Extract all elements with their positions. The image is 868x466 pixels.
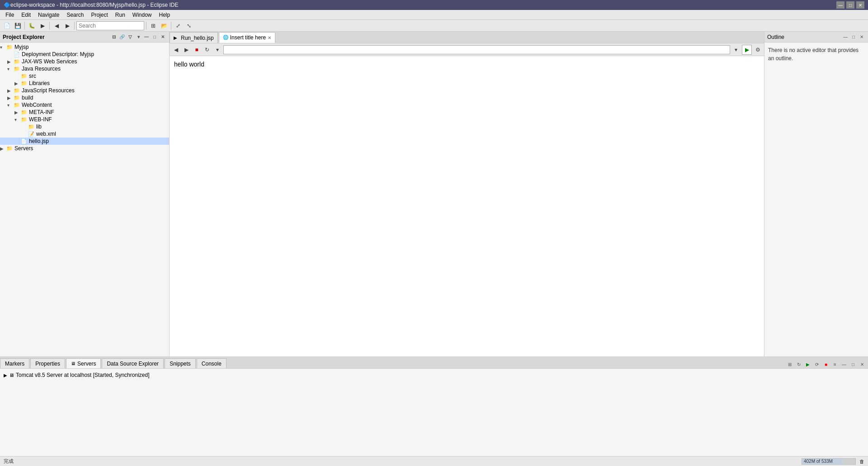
maximize-button[interactable]: □ [846,1,854,9]
tree-item-java-resources[interactable]: ▾📁Java Resources [0,65,169,72]
toolbar-next[interactable]: ▶ [62,21,72,31]
bottom-min-icon[interactable]: — [840,360,848,368]
memory-bar[interactable]: 402M of 533M [802,458,856,465]
outline-icon-2[interactable]: □ [850,33,857,41]
browser-stop-button[interactable]: ■ [192,45,201,54]
tree-label-lib: lib [36,124,42,130]
bottom-close-icon[interactable]: ✕ [858,360,866,368]
sidebar-menu-icon[interactable]: ▾ [135,33,142,41]
tree-item-src[interactable]: 📁src [0,72,169,80]
server-item-tomcat[interactable]: ▶🖥Tomcat v8.5 Server at localhost [Start… [2,371,866,380]
bottom-refresh-icon[interactable]: ⟳ [813,360,821,368]
browser-settings-button[interactable]: ⚙ [753,45,762,54]
status-bar: 完成 402M of 533M 🗑 [0,456,868,466]
menu-project[interactable]: Project [87,11,111,19]
toolbar-new[interactable]: 📄 [2,21,12,31]
sidebar-collapse-icon[interactable]: ⊟ [110,33,118,41]
sidebar-link-icon[interactable]: 🔗 [118,33,126,41]
tab-run-hello[interactable]: ▶Run_hello.jsp [170,32,218,43]
main-toolbar: 📄 💾 🐛 ▶ ◀ ▶ ⊞ 📂 ⤢ ⤡ [0,20,868,32]
bottom-tab-console[interactable]: Console [197,358,226,368]
bottom-tab-datasource[interactable]: Data Source Explorer [102,358,164,368]
sidebar-filter-icon[interactable]: ▽ [127,33,134,41]
tree-arrow: ▾ [14,117,21,122]
browser-refresh-button[interactable]: ↻ [203,45,212,54]
tree-item-build[interactable]: ▶📁build [0,94,169,101]
bottom-sync-icon[interactable]: ↻ [795,360,803,368]
bottom-tab-servers[interactable]: 🖥Servers [66,358,101,368]
tree-label-meta-inf: META-INF [29,109,54,115]
bottom-new-icon[interactable]: ⊞ [786,360,794,368]
toolbar-run[interactable]: ▶ [38,21,47,31]
toolbar-open-resource[interactable]: 📂 [159,21,169,31]
bottom-stop-icon[interactable]: ■ [822,360,830,368]
tree-item-myjsp[interactable]: ▾📁Myjsp [0,43,169,51]
menu-search[interactable]: Search [63,11,87,19]
tree-item-webcontent[interactable]: ▾📁WebContent [0,101,169,109]
bottom-run-icon[interactable]: ▶ [804,360,812,368]
toolbar-prev[interactable]: ◀ [52,21,61,31]
menu-edit[interactable]: Edit [18,11,34,19]
search-input[interactable] [76,21,144,30]
tree-item-libraries[interactable]: ▶📁Libraries [0,80,169,87]
menu-file[interactable]: File [2,11,18,19]
toolbar-sep-4 [146,22,146,30]
tree-icon-src: 📁 [21,73,28,79]
tree-arrow: ▶ [0,146,6,151]
outline-icon-1[interactable]: — [842,33,849,41]
sidebar-header: Project Explorer ⊟ 🔗 ▽ ▾ — □ ✕ [0,32,169,43]
bottom-more-icon[interactable]: ≡ [831,360,839,368]
bottom-tab-label-properties: Properties [35,361,60,367]
bottom-max-icon[interactable]: □ [849,360,857,368]
browser-run-button[interactable]: ▶ [742,45,752,55]
tree-arrow: ▶ [7,88,14,93]
outline-close-icon[interactable]: ✕ [858,33,865,41]
toolbar-minimize[interactable]: ⤡ [184,21,194,31]
tree-icon-webcontent: 📁 [14,102,21,108]
minimize-button[interactable]: — [836,1,844,9]
browser-forward-button[interactable]: ▶ [182,45,191,54]
browser-dropdown[interactable]: ▾ [213,45,222,54]
tree-item-lib[interactable]: 📁lib [0,123,169,130]
sidebar-close-icon[interactable]: ✕ [159,33,166,41]
project-tree: ▾📁Myjsp 📄Deployment Descriptor: Myjsp▶📁J… [0,43,169,357]
toolbar-save[interactable]: 💾 [13,21,23,31]
window-title: eclipse-workspace - http://localhost:808… [10,2,179,8]
tree-item-hello-jsp[interactable]: 📄hello.jsp [0,138,169,145]
tree-icon-web-inf: 📁 [21,117,28,123]
toolbar-sep-5 [171,22,171,30]
menu-window[interactable]: Window [129,11,156,19]
toolbar-debug[interactable]: 🐛 [27,21,37,31]
menu-run[interactable]: Run [112,11,129,19]
tree-icon-lib: 📁 [28,124,35,130]
url-bar[interactable]: http://localhost:8080/Myjsp/hello.jsp [223,45,730,54]
toolbar-maximize[interactable]: ⤢ [173,21,183,31]
tree-item-deployment[interactable]: 📄Deployment Descriptor: Myjsp [0,51,169,58]
tree-icon-hello-jsp: 📄 [21,138,28,144]
gc-icon[interactable]: 🗑 [859,459,864,464]
bottom-tab-properties[interactable]: Properties [30,358,65,368]
close-button[interactable]: ✕ [856,1,864,9]
tree-item-jaxws[interactable]: ▶📁JAX-WS Web Services [0,58,169,65]
tree-item-servers[interactable]: ▶📁Servers [0,145,169,152]
title-bar: 🔷 eclipse-workspace - http://localhost:8… [0,0,868,10]
bottom-tab-icon-servers: 🖥 [71,361,75,366]
tab-insert-title[interactable]: 🌐Insert title here✕ [219,32,275,43]
tree-item-meta-inf[interactable]: ▶📁META-INF [0,109,169,116]
toolbar-open-type[interactable]: ⊞ [148,21,158,31]
tree-icon-js-resources: 📁 [14,88,21,94]
bottom-tab-snippets[interactable]: Snippets [165,358,196,368]
tab-close-insert-title[interactable]: ✕ [268,35,271,40]
sidebar-max-icon[interactable]: □ [151,33,158,41]
tree-item-web-inf[interactable]: ▾📁WEB-INF [0,116,169,123]
tree-item-web-xml[interactable]: 📝web.xml [0,130,169,138]
bottom-tab-markers[interactable]: Markers [0,358,29,368]
tab-bar: ▶Run_hello.jsp🌐Insert title here✕ [170,32,764,43]
sidebar-min-icon[interactable]: — [143,33,150,41]
menu-navigate[interactable]: Navigate [34,11,63,19]
right-panel: Outline — □ ✕ There is no active editor … [764,32,868,357]
tree-item-js-resources[interactable]: ▶📁JavaScript Resources [0,87,169,94]
browser-back-button[interactable]: ◀ [171,45,180,54]
menu-help[interactable]: Help [156,11,174,19]
browser-dropdown-url[interactable]: ▾ [731,45,741,54]
